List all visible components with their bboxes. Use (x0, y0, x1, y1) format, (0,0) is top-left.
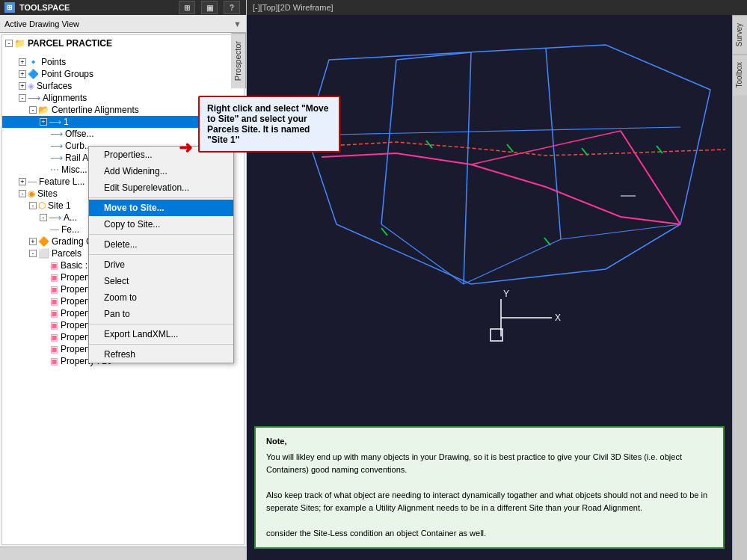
prop20-icon: ▣ (50, 284, 58, 295)
site1-label: Site 1 (48, 200, 71, 211)
tree-root-label: PARCEL PRACTICE (28, 38, 112, 49)
centerline-expand[interactable]: - (29, 106, 37, 114)
toolbar-icon-2[interactable]: ▣ (201, 1, 218, 14)
parcel-line-7 (561, 224, 680, 239)
alignments-icon: ⟶ (28, 93, 40, 103)
tree-item-point-groups[interactable]: + 🔷 Point Groups (2, 68, 244, 80)
note-line1: You will likley end up with many objects… (266, 451, 713, 476)
toolbar-icon-3[interactable]: ? (224, 1, 240, 14)
parcels-label: Parcels (52, 248, 82, 259)
centerline-icon: 📂 (38, 105, 49, 115)
point-groups-label: Point Groups (41, 69, 93, 79)
alignments-expand[interactable]: - (19, 94, 26, 102)
point-groups-icon: 🔷 (28, 69, 39, 79)
basic18-icon: ▣ (50, 260, 58, 271)
context-menu-refresh[interactable]: Refresh (89, 346, 233, 363)
alignment-pink3 (471, 131, 621, 164)
root-expand[interactable]: - (5, 40, 13, 47)
context-menu-select[interactable]: Select (89, 273, 233, 289)
prop22-icon: ▣ (50, 308, 58, 319)
callout-text: Right click and select "Move to Site" an… (207, 103, 328, 145)
prop23-icon: ▣ (50, 320, 58, 330)
site1-expand[interactable]: - (29, 202, 37, 209)
tree-item-surfaces[interactable]: + ◈ Surfaces (2, 80, 244, 92)
align1-icon: ⟶ (49, 117, 61, 127)
active-drawing-bar[interactable]: Active Drawing View ▼ (0, 15, 246, 33)
site1a-icon: ⟶ (49, 212, 61, 223)
green-tick-6 (544, 238, 550, 245)
toolbox-tab[interactable]: Toolbox (733, 54, 747, 95)
menu-sep2 (89, 234, 233, 235)
prop25-icon: ▣ (50, 344, 58, 354)
site-boundary (307, 45, 710, 284)
toolspace-icon: ⊞ (4, 2, 15, 13)
site1-icon: ⬡ (38, 200, 46, 211)
surfaces-expand[interactable]: + (19, 82, 26, 90)
survey-tab[interactable]: Survey (733, 15, 747, 54)
surfaces-label: Surfaces (37, 81, 72, 91)
parcels-icon: ⬜ (38, 248, 49, 259)
menu-sep5 (89, 344, 233, 345)
context-menu-pan-to[interactable]: Pan to (89, 306, 233, 322)
viewport-title: [-][Top][2D Wireframe] (253, 3, 333, 12)
sites-expand[interactable]: - (19, 190, 26, 197)
grading-expand[interactable]: + (29, 238, 37, 245)
context-menu-move-to-site[interactable]: Move to Site... (89, 200, 233, 216)
feature-label: Feature L... (39, 176, 84, 187)
right-panel: [-][Top][2D Wireframe] (247, 0, 747, 560)
points-icon: 🔹 (28, 57, 39, 67)
parcel-line-6 (381, 224, 464, 284)
active-drawing-label: Active Drawing View (4, 19, 79, 28)
toolspace-title: TOOLSPACE (19, 3, 70, 12)
parcels-expand[interactable]: - (29, 250, 37, 257)
tree-root[interactable]: - 📁 PARCEL PRACTICE (2, 37, 244, 50)
points-label: Points (41, 57, 66, 67)
context-menu-export-landxml[interactable]: Export LandXML... (89, 326, 233, 342)
fe-label: Fe... (61, 224, 79, 235)
rail-icon: ⟶ (50, 153, 63, 163)
point-groups-expand[interactable]: + (19, 70, 26, 78)
note-title: Note, (266, 435, 713, 448)
misc-icon: ⋯ (50, 164, 59, 175)
parcel-line-4 (336, 127, 680, 135)
context-menu-copy-to-site[interactable]: Copy to Site... (89, 216, 233, 233)
feature-expand[interactable]: + (19, 178, 26, 185)
tree-item-points[interactable]: + 🔹 Points (2, 56, 244, 68)
menu-sep1 (89, 197, 233, 198)
sites-label: Sites (37, 188, 58, 199)
context-menu-zoom-to[interactable]: Zoom to (89, 289, 233, 306)
callout-arrow-icon: ➜ (179, 138, 192, 158)
context-menu-delete[interactable]: Delete... (89, 236, 233, 253)
tree-scrollbar-area (16, 50, 244, 56)
centerline-label: Centerline Alignments (52, 105, 139, 115)
alignment-pink2 (621, 131, 680, 224)
viewport-header: [-][Top][2D Wireframe] (247, 0, 747, 15)
note-box: Note, You will likley end up with many o… (254, 426, 725, 549)
dropdown-arrow-icon: ▼ (233, 19, 242, 28)
context-menu-drive[interactable]: Drive (89, 256, 233, 273)
offset-label: Offse... (65, 129, 93, 139)
sites-icon: ◉ (28, 188, 35, 199)
toolbar-icon-1[interactable]: ⊞ (179, 1, 195, 14)
context-menu-add-widening[interactable]: Add Widening... (89, 163, 233, 179)
menu-sep3 (89, 254, 233, 255)
y-label: Y (503, 289, 509, 299)
green-tick-5 (381, 228, 387, 236)
points-expand[interactable]: + (19, 58, 26, 66)
feature-icon: — (28, 176, 37, 187)
parcel-line-2 (464, 52, 471, 284)
site1a-label: A... (64, 212, 77, 223)
align1-expand[interactable]: + (40, 118, 47, 126)
root-icon: 📁 (14, 38, 25, 49)
left-panel: ⊞ TOOLSPACE ⊞ ▣ ? Active Drawing View ▼ (0, 0, 247, 560)
curb-icon: ⟶ (50, 141, 63, 151)
grading-icon: 🔶 (38, 236, 49, 247)
prospector-tab[interactable]: Prospector (231, 33, 246, 88)
parcel-line-3 (546, 49, 561, 239)
site1a-expand[interactable]: - (40, 214, 47, 221)
context-menu-edit-super[interactable]: Edit Superelevation... (89, 179, 233, 196)
surfaces-icon: ◈ (28, 81, 34, 91)
misc-label: Misc... (61, 164, 87, 175)
prop26-icon: ▣ (50, 356, 58, 366)
status-bar (0, 547, 246, 560)
